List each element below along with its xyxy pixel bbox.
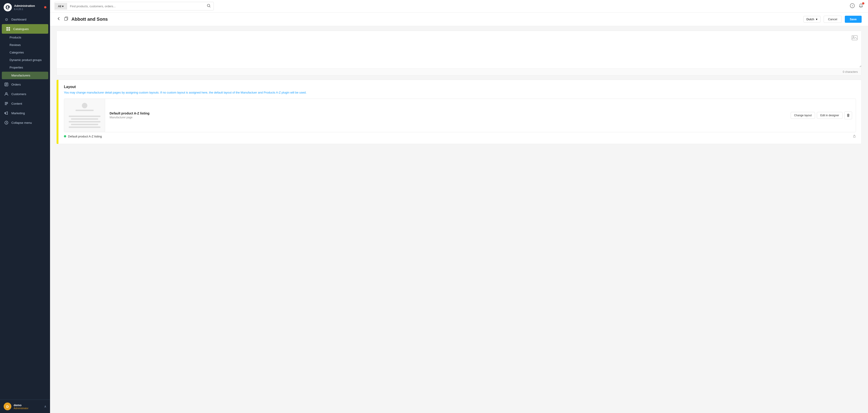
cancel-button[interactable]: Cancel [824, 16, 841, 23]
sidebar-item-properties[interactable]: Properties [0, 64, 50, 71]
layout-item: Default product A-Z listing Manufacturer… [64, 98, 856, 132]
sidebar: Administration 6.4.20.1 ⊙ Dashboard Cata… [0, 0, 50, 413]
status-dot [44, 6, 46, 8]
sidebar-item-orders[interactable]: Orders [0, 80, 50, 89]
categories-label: Categories [9, 51, 24, 54]
layout-info: Default product A-Z listing Manufacturer… [105, 108, 787, 122]
sidebar-item-customers[interactable]: Customers [0, 89, 50, 99]
main: All ▾ ? [50, 0, 868, 413]
marketing-label: Marketing [11, 112, 25, 115]
sidebar-nav: ⊙ Dashboard Catalogues Products Reviews … [0, 14, 50, 400]
layout-description: You may change manufacturer detail pages… [64, 90, 856, 95]
customers-label: Customers [11, 92, 26, 96]
yellow-accent-bar [57, 80, 58, 144]
user-name: demo [13, 404, 28, 407]
sidebar-item-label: Catalogues [13, 27, 29, 31]
content-icon [4, 101, 9, 106]
orders-icon [4, 82, 9, 87]
layout-title: Layout [64, 85, 856, 89]
save-button[interactable]: Save [845, 16, 862, 23]
svg-rect-0 [6, 27, 8, 29]
layout-card: Layout You may change manufacturer detai… [56, 80, 862, 144]
svg-rect-2 [6, 29, 8, 31]
help-icon[interactable]: ? [850, 3, 855, 9]
user-role: Administrator [13, 407, 28, 410]
page-title: Abbott and Sons [71, 17, 800, 22]
svg-rect-1 [8, 27, 10, 29]
layout-content: Layout You may change manufacturer detai… [58, 80, 861, 144]
preview-line-1 [75, 110, 94, 111]
sidebar-footer[interactable]: D demo Administrator ∧ [0, 400, 50, 413]
content-label: Content [11, 102, 22, 105]
marketing-icon [4, 111, 9, 115]
layout-footer: Default product A-Z listing [64, 132, 856, 139]
svg-rect-19 [852, 35, 857, 40]
sidebar-item-content[interactable]: Content [0, 99, 50, 108]
svg-rect-10 [5, 103, 8, 104]
preview-line-6 [69, 126, 100, 128]
customers-icon [4, 92, 9, 96]
language-selector[interactable]: Dutch ▾ [803, 16, 820, 23]
sidebar-item-label: Dashboard [11, 18, 26, 21]
sidebar-item-catalogues[interactable]: Catalogues [2, 24, 48, 34]
app-logo [4, 3, 12, 11]
reviews-label: Reviews [9, 43, 21, 47]
search-all-button[interactable]: All ▾ [55, 3, 67, 9]
layout-section: Layout You may change manufacturer detai… [57, 80, 861, 144]
sidebar-item-products[interactable]: Products [0, 34, 50, 41]
search-input[interactable] [67, 3, 204, 9]
image-placeholder-button[interactable] [850, 33, 859, 42]
delete-layout-button[interactable] [844, 112, 852, 119]
lang-label: Dutch [806, 18, 814, 21]
sidebar-item-dashboard[interactable]: ⊙ Dashboard [0, 14, 50, 24]
page-header: Abbott and Sons Dutch ▾ Cancel Save [50, 12, 868, 26]
notification-badge [862, 2, 864, 4]
back-button[interactable] [56, 17, 61, 22]
layout-preview [64, 99, 105, 132]
preview-line-2 [69, 116, 100, 117]
svg-point-20 [853, 36, 854, 37]
sidebar-item-reviews[interactable]: Reviews [0, 41, 50, 49]
lang-chevron-icon: ▾ [816, 18, 817, 21]
svg-rect-3 [8, 29, 10, 31]
description-textarea[interactable] [57, 31, 861, 67]
main-content: 0 characters Layout You may change manuf… [50, 26, 868, 153]
app-version: 6.4.20.1 [14, 8, 35, 10]
sidebar-item-collapse-menu[interactable]: Collapse menu [0, 118, 50, 127]
sidebar-item-dynamic-product-groups[interactable]: Dynamic product groups [0, 56, 50, 64]
search-bar: All ▾ [55, 2, 214, 10]
svg-rect-5 [5, 84, 7, 84]
app-title: Administration [14, 4, 35, 8]
sidebar-item-marketing[interactable]: Marketing [0, 108, 50, 118]
preview-circle [82, 103, 87, 108]
layout-name: Default product A-Z listing [110, 112, 782, 115]
svg-rect-11 [5, 105, 7, 105]
copy-button[interactable] [64, 17, 68, 22]
dashboard-icon: ⊙ [4, 17, 9, 22]
sidebar-item-categories[interactable]: Categories [0, 49, 50, 56]
svg-rect-7 [5, 85, 7, 86]
search-submit-button[interactable] [204, 2, 214, 10]
dynamic-product-groups-label: Dynamic product groups [9, 58, 42, 62]
svg-text:?: ? [851, 4, 853, 7]
products-label: Products [9, 36, 21, 39]
manufacturers-label: Manufacturers [11, 74, 30, 77]
sidebar-item-manufacturers[interactable]: Manufacturers [2, 72, 48, 79]
svg-rect-6 [5, 84, 7, 85]
topbar-actions: ? [850, 3, 864, 9]
edit-in-designer-button[interactable]: Edit in designer [817, 112, 842, 119]
char-count: 0 characters [57, 68, 861, 75]
orders-label: Orders [11, 83, 21, 86]
layout-subname: Manufacturer page [110, 116, 782, 119]
user-avatar: D [4, 403, 11, 410]
description-card: 0 characters [56, 31, 862, 76]
layout-actions: Change layout Edit in designer [787, 112, 856, 119]
collapse-label: Collapse menu [11, 121, 32, 124]
change-layout-button[interactable]: Change layout [791, 112, 815, 119]
svg-point-8 [6, 93, 7, 94]
collapse-icon [4, 120, 9, 125]
svg-rect-9 [5, 102, 8, 102]
svg-rect-21 [854, 136, 855, 138]
notification-icon[interactable] [859, 3, 864, 9]
svg-point-14 [207, 4, 210, 7]
